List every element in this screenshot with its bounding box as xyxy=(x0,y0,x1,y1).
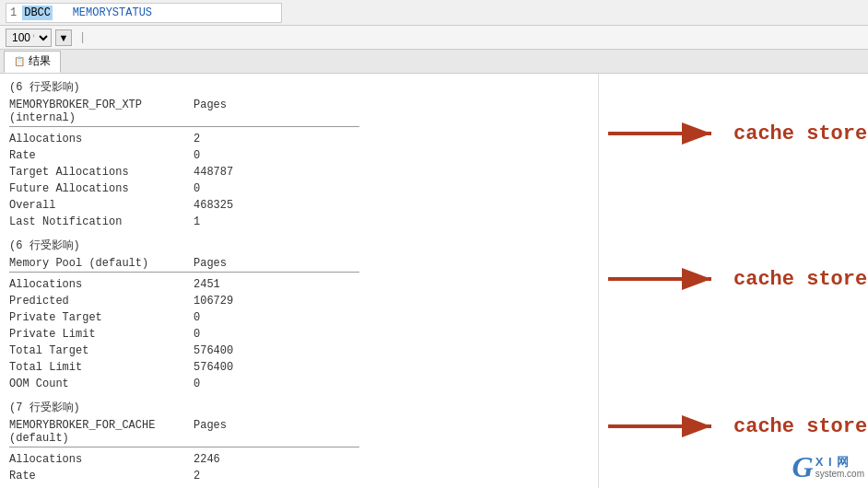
table-row: Last Notification1 xyxy=(9,214,589,230)
zoom-separator: | xyxy=(79,31,86,44)
watermark-domain-text: system.com xyxy=(815,469,864,479)
col-name-3: MEMORYBROKER_FOR_CACHE (default) xyxy=(9,419,194,445)
col-name-1: MEMORYBROKER_FOR_XTP (internal) xyxy=(9,99,194,124)
tab-results-label: 结果 xyxy=(29,53,51,69)
section-2-header: (6 行受影响) xyxy=(9,238,589,253)
query-text: DBCC MEMORYSTATUS xyxy=(22,6,152,19)
results-panel: (6 行受影响) MEMORYBROKER_FOR_XTP (internal)… xyxy=(0,74,599,488)
main-content: (6 行受影响) MEMORYBROKER_FOR_XTP (internal)… xyxy=(0,74,868,488)
memstatus-keyword: MEMORYSTATUS xyxy=(73,6,152,19)
zoom-select[interactable]: 100 % xyxy=(6,29,52,47)
arrow-3 xyxy=(608,412,719,440)
arrow-icon-3 xyxy=(608,412,719,440)
section-2-col-header: Memory Pool (default) Pages xyxy=(9,257,589,270)
table-row: Private Limit0 xyxy=(9,326,589,343)
table-row: Allocations2451 xyxy=(9,276,589,293)
section-1-header: (6 行受影响) xyxy=(9,79,589,95)
table-row: Private Target0 xyxy=(9,309,589,326)
table-row: OOM Count0 xyxy=(9,376,589,392)
arrow-icon-1 xyxy=(608,120,719,147)
section-3-header: (7 行受影响) xyxy=(9,400,589,415)
section-3-col-header: MEMORYBROKER_FOR_CACHE (default) Pages xyxy=(9,419,589,445)
results-icon: 📋 xyxy=(14,56,25,67)
arrow-2 xyxy=(608,265,719,293)
table-row: Rate2 xyxy=(9,468,589,484)
watermark: G X I 网 system.com xyxy=(792,450,864,484)
watermark-g-icon: G xyxy=(792,450,814,484)
dbcc-keyword: DBCC xyxy=(22,6,53,20)
table-row: Total Limit576400 xyxy=(9,359,589,376)
col-name-2: Memory Pool (default) xyxy=(9,257,194,270)
watermark-xi-text: X I 网 xyxy=(815,456,850,469)
annotation-panel: cache store cache store xyxy=(599,74,868,488)
table-row: Allocations2246 xyxy=(9,451,589,468)
table-row: Predicted106729 xyxy=(9,293,589,309)
section-3: (7 行受影响) MEMORYBROKER_FOR_CACHE (default… xyxy=(9,400,589,484)
table-row: Rate0 xyxy=(9,147,589,164)
zoom-bar: 100 % ▼ | xyxy=(0,26,868,50)
toolbar: 1 DBCC MEMORYSTATUS xyxy=(0,0,868,26)
query-line: 1 DBCC MEMORYSTATUS xyxy=(6,3,282,23)
table-row: Overall468325 xyxy=(9,197,589,214)
annotation-3: cache store xyxy=(608,412,867,440)
arrow-icon-2 xyxy=(608,265,719,293)
cache-label-1: cache store xyxy=(733,122,867,145)
arrow-1 xyxy=(608,120,719,147)
annotation-2: cache store xyxy=(608,265,867,293)
col-val-1: Pages xyxy=(194,99,304,124)
annotation-1: cache store xyxy=(608,120,867,147)
zoom-dropdown-btn[interactable]: ▼ xyxy=(55,29,72,46)
table-row: Target Allocations448787 xyxy=(9,164,589,180)
table-row: Allocations2 xyxy=(9,131,589,147)
separator-3 xyxy=(9,447,359,447)
separator-1 xyxy=(9,126,359,127)
table-row: Total Target576400 xyxy=(9,343,589,359)
col-val-2: Pages xyxy=(194,257,304,270)
cache-label-3: cache store xyxy=(733,415,867,438)
col-val-3: Pages xyxy=(194,419,304,445)
tab-results[interactable]: 📋 结果 xyxy=(4,51,61,73)
tab-bar: 📋 结果 xyxy=(0,50,868,74)
section-1: (6 行受影响) MEMORYBROKER_FOR_XTP (internal)… xyxy=(9,79,589,230)
table-row: Future Allocations0 xyxy=(9,180,589,197)
section-1-col-header: MEMORYBROKER_FOR_XTP (internal) Pages xyxy=(9,99,589,124)
line-number: 1 xyxy=(10,6,17,19)
separator-2 xyxy=(9,272,359,273)
section-2: (6 行受影响) Memory Pool (default) Pages All… xyxy=(9,238,589,392)
cache-label-2: cache store xyxy=(733,268,867,291)
